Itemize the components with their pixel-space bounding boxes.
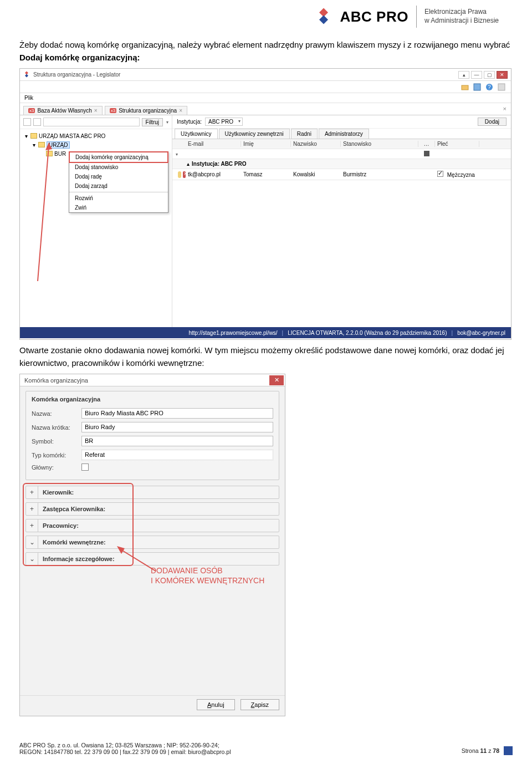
svg-rect-4: [462, 85, 468, 90]
cancel-button[interactable]: Anuluj: [197, 699, 235, 710]
tab-close-icon[interactable]: ×: [179, 108, 182, 114]
tree-tool-icon[interactable]: [33, 118, 41, 126]
select-typ-komorki[interactable]: Referat: [81, 450, 273, 460]
label-nazwa: Nazwa:: [32, 410, 81, 417]
input-nazwa-krotka[interactable]: Biuro Rady: [81, 422, 273, 432]
tree-filter-input[interactable]: [43, 118, 140, 126]
page-header: ABC PRO Elektronizacja Prawa w Administr…: [0, 0, 532, 28]
tab-baza-aktow[interactable]: x3 Baza Aktów Własnych ×: [23, 106, 103, 115]
users-grid: E-mail Imię Nazwisko Stanowisko … Płeć: [172, 139, 511, 327]
col-stanowisko[interactable]: Stanowisko: [341, 141, 418, 147]
col-nazwisko[interactable]: Nazwisko: [291, 141, 341, 147]
app-titlebar: Struktura organizacyjna - Legislator ▴ —…: [20, 69, 511, 81]
col-imie[interactable]: Imię: [241, 141, 291, 147]
toolbar-open-icon[interactable]: [461, 83, 469, 91]
menu-item-dodaj-komorke[interactable]: Dodaj komórkę organizacyjną: [69, 151, 168, 163]
grid-header-row: E-mail Imię Nazwisko Stanowisko … Płeć: [172, 139, 511, 149]
tree-node-root[interactable]: ▾ URZĄD MIASTA ABC PRO: [23, 131, 172, 140]
header-divider: [416, 6, 417, 28]
svg-marker-12: [117, 546, 125, 554]
grid-filter-row[interactable]: [172, 149, 511, 159]
instruction-1: Żeby dodać nową komórkę organizacyjną, n…: [19, 39, 513, 64]
screenshot-app-window: Struktura organizacyjna - Legislator ▴ —…: [19, 68, 511, 340]
red-callout-text: DODAWANIE OSÓB I KOMÓREK WEWNĘTRZNYCH: [151, 566, 264, 585]
plus-icon[interactable]: +: [26, 519, 38, 532]
svg-marker-3: [25, 74, 28, 77]
menu-item-dodaj-zarzad[interactable]: Dodaj zarząd: [69, 181, 168, 191]
grid-tabs: Użytkownicy Użytkownicy zewnętrzni Radni…: [172, 129, 511, 139]
grid-group-row[interactable]: ▴ Instytucja: ABC PRO: [172, 159, 511, 169]
menu-item-rozwin[interactable]: Rozwiń: [69, 193, 168, 203]
red-arrow-annotation: [32, 142, 71, 287]
tree-panel: Filtruj ▾ ▾ URZĄD MIASTA ABC PRO ▾ URZĄD…: [20, 115, 172, 327]
group-collapse-icon[interactable]: ▴: [187, 161, 190, 167]
window-up-button[interactable]: ▴: [458, 71, 469, 79]
tab-badge-icon: x3: [28, 108, 35, 113]
tab-uzytkownicy-zew[interactable]: Użytkownicy zewnętrzni: [219, 129, 290, 139]
expander-zastepca[interactable]: + Zastępca Kierownika:: [25, 502, 279, 516]
toolbar-save-icon[interactable]: [473, 83, 481, 91]
svg-rect-5: [474, 84, 480, 90]
page-footer: ABC PRO Sp. z o.o. ul. Owsiana 12; 03-82…: [19, 742, 513, 755]
app-toolbar: ?: [20, 81, 511, 93]
label-typ-komorki: Typ komórki:: [32, 452, 81, 459]
brand-subtitle: Elektronizacja Prawa w Administracji i B…: [424, 8, 499, 25]
tab-administratorzy[interactable]: Administratorzy: [319, 129, 369, 139]
svg-line-9: [38, 146, 49, 281]
menu-plik[interactable]: Plik: [24, 95, 33, 101]
page-color-box: [504, 746, 513, 755]
plus-icon[interactable]: +: [26, 486, 38, 498]
svg-marker-1: [319, 15, 328, 24]
window-minimize-button[interactable]: —: [471, 71, 482, 79]
add-button[interactable]: Dodaj: [478, 118, 507, 126]
institution-select[interactable]: ABC PRO: [205, 118, 243, 126]
chevron-down-icon[interactable]: ⌄: [26, 553, 38, 565]
status-bar: http://stage1.prawomiejscowe.pl/ws/| LIC…: [20, 327, 511, 338]
col-more[interactable]: …: [418, 141, 435, 147]
grid-data-row[interactable]: tk@abcpro.pl Tomasz Kowalski Burmistrz M…: [172, 169, 511, 180]
input-symbol[interactable]: BR: [81, 436, 273, 446]
dialog-close-button[interactable]: ✕: [269, 375, 284, 385]
col-plec[interactable]: Płeć: [435, 141, 479, 147]
tree-node-urzad[interactable]: ▾ URZĄD: [23, 140, 172, 149]
menu-item-zwin[interactable]: Zwiń: [69, 203, 168, 212]
toolbar-help-icon[interactable]: ?: [485, 83, 493, 91]
label-symbol: Symbol:: [32, 438, 81, 445]
row-delete-icon[interactable]: [183, 171, 186, 178]
screenshot-dialog: Komórka organizacyjna ✕ Komórka organiza…: [19, 374, 285, 716]
app-icon: [23, 71, 30, 79]
label-nazwa-krotka: Nazwa krótka:: [32, 424, 81, 431]
save-button[interactable]: Zapisz: [241, 699, 279, 710]
tabs-close-all-icon[interactable]: ×: [503, 105, 507, 112]
filter-toggle-icon[interactable]: [424, 151, 429, 156]
plus-icon[interactable]: +: [26, 503, 38, 515]
brand-name: ABC PRO: [340, 8, 408, 26]
tab-radni[interactable]: Radni: [291, 129, 318, 139]
expander-pracownicy[interactable]: + Pracownicy:: [25, 519, 279, 532]
tab-badge-icon: x3: [110, 108, 116, 113]
tab-uzytkownicy[interactable]: Użytkownicy: [175, 129, 218, 139]
tab-close-icon[interactable]: ×: [94, 108, 98, 114]
menu-item-dodaj-stanowisko[interactable]: Dodaj stanowisko: [69, 162, 168, 172]
input-nazwa[interactable]: Biuro Rady Miasta ABC PRO: [81, 408, 273, 419]
window-close-button[interactable]: ✕: [497, 71, 508, 79]
dialog-titlebar: Komórka organizacyjna ✕: [20, 374, 285, 386]
filter-button[interactable]: Filtruj: [142, 118, 163, 126]
row-edit-icon[interactable]: [178, 171, 181, 178]
toolbar-settings-icon[interactable]: [498, 83, 505, 91]
chevron-down-icon[interactable]: ⌄: [26, 536, 38, 548]
page-number: Strona 11 z 78: [462, 747, 499, 754]
menu-item-dodaj-rade[interactable]: Dodaj radę: [69, 172, 168, 181]
tab-struktura[interactable]: x3 Struktura organizacyjna ×: [105, 106, 187, 115]
checkbox-glowny[interactable]: [81, 464, 89, 471]
expander-kierownik[interactable]: + Kierownik:: [25, 486, 279, 499]
gender-checkbox[interactable]: [437, 171, 443, 177]
filter-dropdown-icon[interactable]: ▾: [166, 120, 168, 125]
label-glowny: Główny:: [32, 464, 81, 471]
institution-label: Instytucja:: [177, 119, 202, 125]
tree-tool-icon[interactable]: [23, 118, 31, 126]
document-tabs: x3 Baza Aktów Własnych × x3 Struktura or…: [20, 103, 511, 115]
col-email[interactable]: E-mail: [186, 141, 241, 147]
svg-rect-8: [498, 84, 505, 90]
window-maximize-button[interactable]: ▢: [484, 71, 495, 79]
